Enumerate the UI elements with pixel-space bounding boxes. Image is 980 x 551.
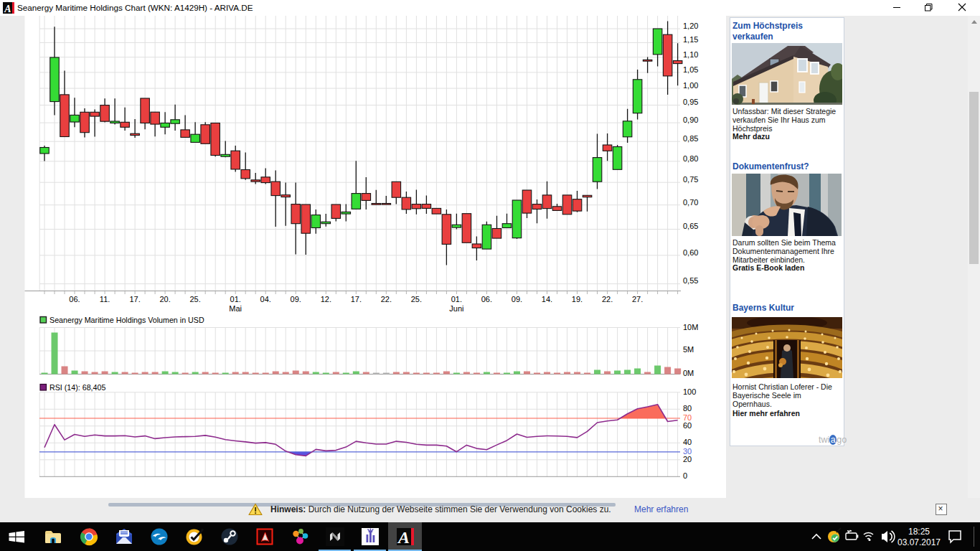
- svg-text:0,55: 0,55: [683, 276, 698, 285]
- svg-text:11.: 11.: [100, 295, 110, 303]
- svg-text:17.: 17.: [129, 295, 140, 303]
- svg-text:22.: 22.: [381, 295, 392, 303]
- svg-text:RSI (14): 68,405: RSI (14): 68,405: [50, 383, 105, 392]
- svg-text:10M: 10M: [683, 323, 698, 331]
- svg-text:25.: 25.: [189, 295, 200, 303]
- svg-text:09.: 09.: [291, 295, 301, 303]
- svg-text:1,15: 1,15: [683, 35, 698, 44]
- svg-text:A: A: [4, 4, 11, 14]
- svg-text:0,80: 0,80: [683, 154, 698, 163]
- svg-text:0: 0: [683, 471, 687, 480]
- svg-text:30: 30: [683, 447, 692, 456]
- svg-text:06.: 06.: [481, 295, 492, 303]
- svg-text:A: A: [397, 528, 410, 547]
- svg-text:Seanergy Maritime Holdings Vol: Seanergy Maritime Holdings Volumen in US…: [50, 316, 204, 324]
- svg-text:1,20: 1,20: [683, 22, 698, 30]
- svg-text:80: 80: [683, 404, 692, 413]
- svg-text:0,70: 0,70: [683, 198, 698, 207]
- svg-text:14.: 14.: [542, 295, 552, 303]
- svg-text:Mai: Mai: [229, 304, 242, 313]
- svg-text:70: 70: [683, 413, 692, 422]
- svg-text:5M: 5M: [683, 345, 694, 354]
- svg-text:25.: 25.: [411, 295, 422, 303]
- svg-text:100: 100: [683, 387, 696, 396]
- svg-text:Juni: Juni: [449, 304, 463, 313]
- svg-text:0,65: 0,65: [683, 222, 698, 230]
- svg-text:09.: 09.: [512, 295, 522, 303]
- svg-text:0,85: 0,85: [683, 134, 698, 143]
- svg-text:0,90: 0,90: [683, 116, 698, 124]
- svg-text:1,00: 1,00: [683, 81, 698, 90]
- svg-text:03.07.2017: 03.07.2017: [897, 537, 941, 547]
- svg-text:22.: 22.: [602, 295, 613, 303]
- svg-text:0M: 0M: [683, 369, 694, 377]
- svg-text:01.: 01.: [230, 295, 241, 303]
- svg-text:12.: 12.: [321, 295, 331, 303]
- svg-text:01.: 01.: [451, 295, 462, 303]
- svg-text:0,75: 0,75: [683, 175, 698, 184]
- svg-text:0,95: 0,95: [683, 98, 698, 106]
- svg-text:18:25: 18:25: [908, 527, 930, 537]
- svg-text:40: 40: [683, 438, 692, 446]
- svg-text:60: 60: [683, 421, 692, 430]
- svg-text:20.: 20.: [159, 295, 170, 303]
- svg-text:27.: 27.: [632, 295, 643, 303]
- svg-text:1,10: 1,10: [683, 50, 698, 59]
- svg-text:04.: 04.: [260, 295, 271, 303]
- svg-text:0,60: 0,60: [683, 248, 698, 257]
- svg-text:06.: 06.: [69, 295, 80, 303]
- svg-text:19.: 19.: [572, 295, 583, 303]
- svg-text:1,05: 1,05: [683, 65, 698, 74]
- svg-text:20: 20: [683, 455, 692, 463]
- svg-text:17.: 17.: [351, 295, 362, 303]
